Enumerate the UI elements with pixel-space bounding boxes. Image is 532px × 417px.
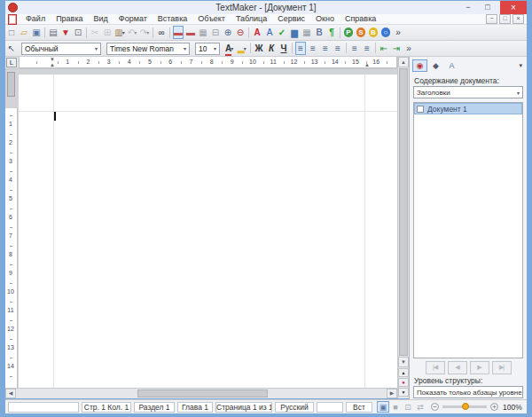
menu-tools[interactable]: Сервис — [272, 14, 310, 24]
decrease-indent-button[interactable]: ⇤ — [379, 42, 389, 55]
zoom-in-button[interactable]: ⊕ — [223, 26, 233, 39]
status-view-master-button[interactable]: ■ — [389, 401, 402, 413]
toolbar-overflow-button[interactable]: » — [393, 26, 403, 39]
browser-button[interactable]: ○ — [380, 26, 391, 39]
presentations-button[interactable]: S — [356, 26, 366, 39]
highlight-button-dropdown[interactable]: ▾ — [244, 45, 246, 51]
nav-next-button[interactable]: ▶ — [470, 361, 489, 374]
browse-previous-object-button[interactable]: ▲ — [398, 368, 409, 377]
sidebar-tab-index[interactable]: A — [444, 59, 459, 72]
document-outline-list[interactable]: Документ 1 — [413, 102, 523, 358]
nav-prev-button[interactable]: ◀ — [448, 361, 467, 374]
bullet-list-button[interactable]: ≡ — [362, 42, 372, 55]
view-normal-button[interactable]: ▬ — [173, 26, 184, 39]
undo-button[interactable]: ↶▾ — [127, 26, 137, 39]
horizontal-ruler[interactable]: ▼ ▲ ▲ 12345678910111213141516 — [19, 57, 397, 68]
item-checkbox[interactable] — [417, 106, 424, 113]
formatting-marks-button[interactable]: ¶ — [326, 26, 337, 39]
bookmark-button[interactable]: B — [314, 26, 325, 39]
scroll-right-button[interactable]: ▶ — [387, 389, 397, 398]
title-bar[interactable]: TextMaker - [Документ 1] − □ × — [5, 1, 527, 14]
status-view-compare-button[interactable]: ⇄ — [414, 401, 426, 413]
sidebar-tab-navigator[interactable]: ◉ — [412, 59, 427, 72]
highlight-button[interactable]: ▂▾ — [237, 42, 247, 55]
vertical-ruler[interactable]: 1234567891011121314 — [5, 69, 18, 388]
open-button[interactable]: ▱ — [19, 26, 29, 39]
numbered-list-button[interactable]: ≡ — [349, 42, 360, 55]
status-view-normal-button[interactable]: ▣ — [377, 401, 389, 413]
vertical-scrollbar[interactable]: ▲ ▼ ▲ ● ▼ — [397, 57, 409, 398]
copy-button[interactable]: ⊞ — [102, 26, 113, 39]
paste-button[interactable]: ▥▾ — [114, 26, 125, 39]
underline-button[interactable]: Ч — [278, 42, 289, 55]
table-button[interactable]: ▦ — [301, 26, 312, 39]
basicmaker-button[interactable]: B — [368, 26, 379, 39]
view-continuous-button[interactable]: ▦ — [198, 26, 208, 39]
nav-first-button[interactable]: |◀ — [426, 361, 445, 374]
sidebar-tab-styles[interactable]: ◆ — [428, 59, 443, 72]
document-icon[interactable] — [8, 14, 17, 25]
toolbar-overflow-button[interactable]: » — [403, 42, 414, 55]
find-button[interactable]: ∞ — [156, 26, 167, 39]
contents-filter-select[interactable]: Заголовки ▾ — [413, 86, 523, 98]
nav-last-button[interactable]: ▶| — [492, 361, 512, 374]
planmaker-button[interactable]: P — [343, 26, 354, 39]
menu-view[interactable]: Вид — [89, 14, 113, 24]
horizontal-scrollbar[interactable]: ◀ ▶ — [5, 388, 397, 398]
vertical-scroll-thumb[interactable] — [399, 68, 408, 356]
zoom-in-button[interactable]: + — [490, 403, 498, 411]
maximize-button[interactable]: □ — [479, 1, 497, 14]
redo-button-dropdown[interactable]: ▾ — [146, 29, 149, 35]
insert-field-button[interactable]: A — [264, 26, 275, 39]
menu-format[interactable]: Формат — [113, 14, 153, 24]
menu-object[interactable]: Объект — [192, 14, 231, 24]
zoom-slider-handle[interactable] — [462, 403, 469, 410]
align-right-button[interactable]: ≡ — [320, 42, 331, 55]
print-button[interactable]: ▤ — [48, 26, 59, 39]
select-browse-object-button[interactable]: ● — [398, 378, 409, 387]
mdi-close-button[interactable]: × — [512, 14, 524, 24]
font-name-combo[interactable]: Times New Roman ▾ — [106, 43, 190, 55]
scroll-left-button[interactable]: ◀ — [5, 389, 16, 398]
redo-button[interactable]: ↷▾ — [139, 26, 150, 39]
browse-next-object-button[interactable]: ▼ — [398, 388, 409, 397]
sidebar-menu-button[interactable]: ▾ — [517, 62, 524, 69]
character-dialog-button[interactable]: A — [252, 26, 262, 39]
minimize-button[interactable]: − — [459, 1, 477, 14]
menu-insert[interactable]: Вставка — [153, 14, 192, 24]
font-color-button-dropdown[interactable]: ▾ — [231, 45, 234, 51]
font-color-button[interactable]: A▾ — [224, 42, 235, 55]
zoom-slider[interactable] — [442, 405, 487, 408]
menu-edit[interactable]: Правка — [51, 14, 88, 24]
scroll-up-button[interactable]: ▲ — [398, 57, 409, 67]
print-preview-button[interactable]: ⊡ — [73, 26, 83, 39]
bold-button[interactable]: Ж — [254, 42, 264, 55]
scroll-down-button[interactable]: ▼ — [398, 357, 409, 367]
mdi-restore-button[interactable]: □ — [499, 14, 511, 24]
undo-button-dropdown[interactable]: ▾ — [134, 29, 137, 35]
menu-help[interactable]: Справка — [340, 14, 381, 24]
horizontal-scroll-thumb[interactable] — [137, 389, 268, 397]
new-document-button[interactable]: □ — [6, 26, 17, 39]
paste-button-dropdown[interactable]: ▾ — [122, 29, 125, 35]
status-view-continuous-button[interactable]: ⊡ — [402, 401, 414, 413]
increase-indent-button[interactable]: ⇥ — [391, 42, 402, 55]
align-justify-button[interactable]: ≡ — [332, 42, 343, 55]
close-button[interactable]: × — [500, 1, 527, 14]
document-page[interactable] — [19, 75, 397, 388]
zoom-out-button[interactable]: ⊖ — [235, 26, 246, 39]
view-objects-button[interactable]: ⊟ — [210, 26, 221, 39]
zoom-out-button[interactable]: − — [431, 403, 439, 411]
menu-table[interactable]: Таблица — [231, 14, 272, 24]
mdi-minimize-button[interactable]: − — [486, 14, 497, 24]
export-pdf-button[interactable]: ▼ — [60, 26, 71, 39]
tab-type-selector[interactable]: L — [6, 58, 17, 67]
save-button[interactable]: ▣ — [31, 26, 42, 39]
spellcheck-button[interactable]: ✓ — [277, 26, 287, 39]
menu-file[interactable]: Файл — [20, 14, 51, 24]
align-left-button[interactable]: ≡ — [295, 42, 306, 55]
paragraph-style-combo[interactable]: Обычный ▾ — [21, 43, 101, 55]
view-master-pages-button[interactable]: ▬ — [185, 26, 196, 39]
outline-level-select[interactable]: Показать только абзацы уровней 1-9 ▾ — [413, 386, 523, 398]
italic-button[interactable]: К — [266, 42, 277, 55]
